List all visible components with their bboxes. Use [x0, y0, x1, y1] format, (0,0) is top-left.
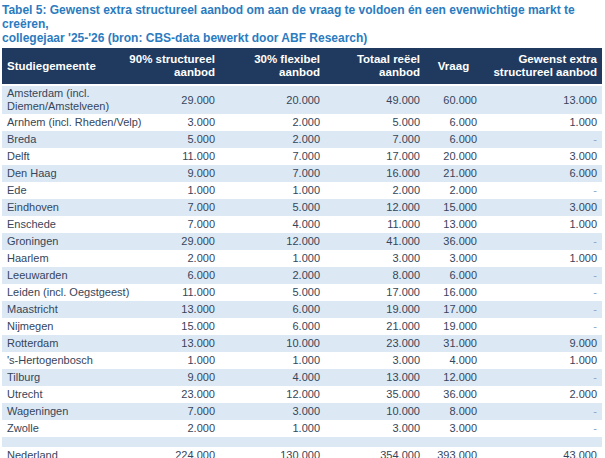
- cell-value: 10.000: [220, 337, 325, 350]
- cell-studiegemeente: Wageningen: [2, 404, 152, 419]
- cell-value: 41.000: [325, 235, 425, 248]
- cell-value: 12.000: [220, 388, 325, 401]
- cell-value: 35.000: [325, 388, 425, 401]
- cell-value: 60.000: [425, 94, 482, 107]
- cell-value: -: [482, 235, 602, 248]
- cell-value: 29.000: [152, 235, 220, 248]
- cell-studiegemeente: Zwolle: [2, 421, 152, 436]
- cell-value: -: [482, 184, 602, 197]
- cell-value: 12.000: [325, 201, 425, 214]
- cell-value: -: [482, 371, 602, 384]
- cell-value: 23.000: [325, 337, 425, 350]
- cell-value: 21.000: [325, 320, 425, 333]
- cell-total-value: 43.000: [482, 449, 602, 458]
- cell-studiegemeente: Haarlem: [2, 251, 152, 266]
- cell-value: 3.000: [220, 405, 325, 418]
- cell-studiegemeente: 's-Hertogenbosch: [2, 353, 152, 368]
- cell-value: 6.000: [425, 133, 482, 146]
- cell-value: 3.000: [325, 422, 425, 435]
- cell-value: 1.000: [220, 422, 325, 435]
- cell-value: 2.000: [152, 422, 220, 435]
- cell-value: 19.000: [325, 303, 425, 316]
- cell-value: 17.000: [325, 286, 425, 299]
- cell-value: 1.000: [482, 116, 602, 129]
- cell-value: 7.000: [325, 133, 425, 146]
- table-row: Utrecht23.00012.00035.00036.0002.000: [2, 386, 602, 403]
- table-row: Delft11.0007.00017.00020.0003.000: [2, 148, 602, 165]
- cell-studiegemeente: Leeuwarden: [2, 268, 152, 283]
- cell-value: 13.000: [152, 337, 220, 350]
- cell-value: 3.000: [152, 116, 220, 129]
- table-row: Tilburg9.0004.00013.00012.000-: [2, 369, 602, 386]
- table-row: Breda5.0002.0007.0006.000-: [2, 131, 602, 148]
- table-row: Den Haag9.0007.00016.00021.0006.000: [2, 165, 602, 182]
- cell-value: 7.000: [152, 201, 220, 214]
- report-table-snippet: Tabel 5: Gewenst extra structureel aanbo…: [0, 0, 603, 458]
- cell-value: 2.000: [152, 252, 220, 265]
- cell-studiegemeente: Nijmegen: [2, 319, 152, 334]
- column-header-30-flexibel-aanbod: 30% flexibel aanbod: [220, 53, 325, 79]
- table-row: 's-Hertogenbosch1.0001.0003.0004.0001.00…: [2, 352, 602, 369]
- cell-studiegemeente: Groningen: [2, 234, 152, 249]
- table-row: Eindhoven7.0005.00012.00015.0003.000: [2, 199, 602, 216]
- cell-value: 17.000: [325, 150, 425, 163]
- cell-value: 1.000: [220, 184, 325, 197]
- cell-value: 6.000: [220, 320, 325, 333]
- cell-studiegemeente: Ede: [2, 183, 152, 198]
- cell-value: 5.000: [220, 286, 325, 299]
- cell-value: 3.000: [425, 422, 482, 435]
- cell-value: 36.000: [425, 388, 482, 401]
- table-title-line1: Tabel 5: Gewenst extra structureel aanbo…: [2, 3, 603, 31]
- cell-value: -: [482, 286, 602, 299]
- table-title: Tabel 5: Gewenst extra structureel aanbo…: [2, 3, 603, 45]
- table-row: Haarlem2.0001.0003.0003.0001.000: [2, 250, 602, 267]
- cell-value: 6.000: [220, 303, 325, 316]
- cell-value: 3.000: [325, 354, 425, 367]
- cell-value: 15.000: [152, 320, 220, 333]
- cell-value: 5.000: [152, 133, 220, 146]
- cell-studiegemeente: Leiden (incl. Oegstgeest): [2, 285, 152, 300]
- cell-value: -: [482, 303, 602, 316]
- cell-value: -: [482, 422, 602, 435]
- cell-value: 1.000: [220, 252, 325, 265]
- table-row: Wageningen7.0003.00010.0008.000-: [2, 403, 602, 420]
- cell-value: 16.000: [425, 286, 482, 299]
- table-row: Ede1.0001.0002.0002.000-: [2, 182, 602, 199]
- cell-value: 3.000: [425, 252, 482, 265]
- cell-value: 6.000: [152, 269, 220, 282]
- cell-value: 7.000: [152, 405, 220, 418]
- cell-value: 12.000: [220, 235, 325, 248]
- column-header-studiegemeente: Studiegemeente: [2, 60, 122, 73]
- cell-value: 7.000: [220, 150, 325, 163]
- cell-value: 13.000: [152, 303, 220, 316]
- cell-value: -: [482, 320, 602, 333]
- cell-total-value: 393.000: [425, 449, 482, 458]
- table-row: Zwolle2.0001.0003.0003.000-: [2, 420, 602, 437]
- cell-value: 1.000: [152, 184, 220, 197]
- cell-value: 15.000: [425, 201, 482, 214]
- column-header-90-structureel-aanbod: 90% structureel aanbod: [122, 53, 220, 79]
- cell-value: 11.000: [152, 150, 220, 163]
- data-table: Studiegemeente 90% structureel aanbod 30…: [2, 48, 602, 458]
- cell-value: 20.000: [425, 150, 482, 163]
- cell-value: 3.000: [325, 252, 425, 265]
- cell-value: 4.000: [220, 218, 325, 231]
- cell-value: 10.000: [325, 405, 425, 418]
- cell-value: 6.000: [425, 269, 482, 282]
- cell-studiegemeente: Eindhoven: [2, 200, 152, 215]
- table-title-line2: collegejaar '25-'26 (bron: CBS-data bewe…: [2, 31, 603, 45]
- cell-value: 1.000: [482, 252, 602, 265]
- table-header-row: Studiegemeente 90% structureel aanbod 30…: [2, 48, 602, 84]
- cell-value: 1.000: [482, 354, 602, 367]
- cell-value: 1.000: [152, 354, 220, 367]
- cell-value: 16.000: [325, 167, 425, 180]
- cell-value: 6.000: [482, 167, 602, 180]
- cell-value: 2.000: [425, 184, 482, 197]
- cell-value: 5.000: [325, 116, 425, 129]
- table-row: Rotterdam13.00010.00023.00031.0009.000: [2, 335, 602, 352]
- cell-total-value: 354.000: [325, 449, 425, 458]
- cell-studiegemeente: Amsterdam (incl.Diemen/Amstelveen): [2, 86, 152, 114]
- cell-value: 2.000: [325, 184, 425, 197]
- cell-studiegemeente: Enschede: [2, 217, 152, 232]
- cell-value: 11.000: [152, 286, 220, 299]
